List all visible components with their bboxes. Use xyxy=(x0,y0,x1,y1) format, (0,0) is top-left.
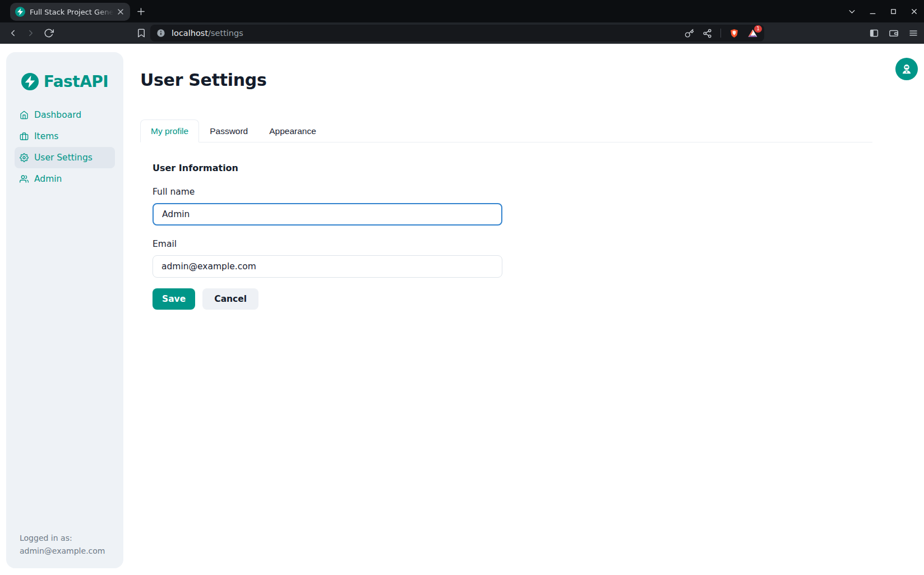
sidebar-nav: Dashboard Items User Settings Admin xyxy=(15,104,115,190)
app-page: FastAPI Dashboard Items User Settings Ad… xyxy=(0,44,924,575)
password-key-icon[interactable] xyxy=(685,29,694,38)
email-label: Email xyxy=(153,239,502,249)
full-name-input[interactable] xyxy=(153,203,502,226)
fastapi-logo: FastAPI xyxy=(6,72,123,91)
brave-rewards-button[interactable]: 1 xyxy=(747,28,758,39)
sidebar-item-label: Items xyxy=(34,131,58,141)
email-input[interactable] xyxy=(153,255,502,278)
fastapi-logo-icon xyxy=(21,73,39,90)
logged-in-as: Logged in as: admin@example.com xyxy=(20,532,105,557)
tab-title: Full Stack Project Genera xyxy=(30,8,116,16)
reload-icon[interactable] xyxy=(44,28,54,38)
sidebar-item-admin[interactable]: Admin xyxy=(15,168,115,190)
brave-shield-icon[interactable] xyxy=(729,29,739,38)
sidebar-toggle-icon[interactable] xyxy=(869,28,879,38)
window-controls xyxy=(848,0,918,22)
new-tab-button[interactable] xyxy=(136,7,146,16)
cancel-button[interactable]: Cancel xyxy=(202,288,258,310)
browser-tab[interactable]: Full Stack Project Genera xyxy=(10,3,130,21)
browser-tab-strip: Full Stack Project Genera xyxy=(0,0,924,22)
share-icon[interactable] xyxy=(703,29,712,38)
rewards-badge: 1 xyxy=(754,25,762,33)
menu-icon[interactable] xyxy=(908,28,918,38)
full-name-label: Full name xyxy=(153,187,502,197)
browser-toolbar: localhost/settings 1 xyxy=(0,22,924,44)
tab-search-chevron-icon[interactable] xyxy=(848,7,856,16)
forward-icon[interactable] xyxy=(26,28,36,38)
user-astronaut-icon xyxy=(900,63,913,75)
window-minimize-icon[interactable] xyxy=(868,7,877,16)
sidebar-item-user-settings[interactable]: User Settings xyxy=(15,147,115,168)
tab-close-icon[interactable] xyxy=(116,7,125,16)
fastapi-favicon-icon xyxy=(15,7,25,17)
address-bar[interactable]: localhost/settings 1 xyxy=(150,25,764,42)
save-button[interactable]: Save xyxy=(153,288,195,310)
tab-password[interactable]: Password xyxy=(199,119,258,142)
briefcase-icon xyxy=(20,132,29,141)
tab-appearance[interactable]: Appearance xyxy=(258,119,327,142)
toolbar-right xyxy=(869,22,918,44)
tab-my-profile[interactable]: My profile xyxy=(140,119,199,142)
logged-in-email: admin@example.com xyxy=(20,545,105,557)
page-title: User Settings xyxy=(140,70,267,90)
fastapi-logo-text: FastAPI xyxy=(44,72,109,91)
bookmark-icon[interactable] xyxy=(136,28,146,38)
url-text: localhost/settings xyxy=(172,29,243,38)
window-maximize-icon[interactable] xyxy=(889,7,898,16)
url-path: /settings xyxy=(208,29,243,38)
settings-tabs: My profile Password Appearance xyxy=(140,119,872,142)
urlbar-actions: 1 xyxy=(685,28,758,39)
wallet-icon[interactable] xyxy=(889,28,899,38)
window-close-icon[interactable] xyxy=(910,7,918,16)
url-host: localhost xyxy=(172,29,208,38)
user-menu-button[interactable] xyxy=(895,58,918,80)
home-icon xyxy=(20,111,29,119)
logged-in-label: Logged in as: xyxy=(20,532,105,544)
site-info-icon[interactable] xyxy=(156,29,165,38)
sidebar-item-label: Admin xyxy=(34,174,62,184)
sidebar: FastAPI Dashboard Items User Settings Ad… xyxy=(6,52,123,568)
gear-icon xyxy=(20,153,29,162)
sidebar-item-dashboard[interactable]: Dashboard xyxy=(15,104,115,126)
divider xyxy=(720,29,721,38)
profile-panel: User Information Full name Email Save Ca… xyxy=(153,163,502,310)
back-icon[interactable] xyxy=(8,28,18,38)
form-actions: Save Cancel xyxy=(153,288,502,310)
section-title: User Information xyxy=(153,163,502,173)
sidebar-item-label: User Settings xyxy=(34,153,93,163)
sidebar-item-items[interactable]: Items xyxy=(15,126,115,147)
users-icon xyxy=(20,174,29,183)
sidebar-item-label: Dashboard xyxy=(34,110,81,120)
